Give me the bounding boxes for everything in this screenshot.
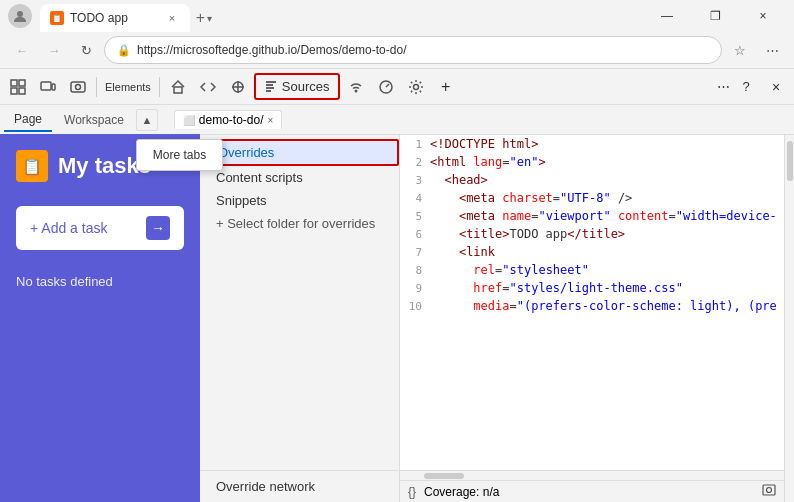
add-panel-btn[interactable]: +	[432, 73, 460, 101]
no-tasks-label: No tasks defined	[0, 258, 200, 305]
code-line-8: 8 rel="stylesheet"	[400, 261, 784, 279]
devtools-status-bar: {} Coverage: n/a	[400, 480, 784, 502]
url-text: https://microsoftedge.github.io/Demos/de…	[137, 43, 406, 57]
back-btn[interactable]: ←	[8, 36, 36, 64]
close-btn[interactable]: ×	[740, 0, 786, 32]
code-line-2: 2 <html lang="en">	[400, 153, 784, 171]
minimize-btn[interactable]: —	[644, 0, 690, 32]
select-folder-item[interactable]: + Select folder for overrides	[200, 212, 399, 235]
forward-btn[interactable]: →	[40, 36, 68, 64]
svg-rect-7	[71, 82, 85, 92]
tab-favicon: 📋	[50, 11, 64, 25]
help-btn[interactable]: ?	[732, 73, 760, 101]
code-line-5: 5 <meta name="viewport" content="width=d…	[400, 207, 784, 225]
more-options-btn[interactable]: ⋯	[717, 73, 730, 101]
svg-rect-3	[11, 88, 17, 94]
add-task-label: + Add a task	[30, 220, 107, 236]
devtools-sidebar: Overrides Content scripts Snippets + Sel…	[200, 134, 400, 502]
add-task-btn[interactable]: + Add a task →	[16, 206, 184, 250]
collections-icon[interactable]: ⋯	[758, 36, 786, 64]
more-tabs-btn[interactable]: ▲	[136, 109, 158, 131]
file-tab[interactable]: ⬜ demo-to-do/ ×	[174, 110, 283, 129]
svg-point-13	[413, 84, 418, 89]
close-devtools-btn[interactable]: ×	[762, 73, 790, 101]
app-panel: 📋 My tasks + Add a task → No tasks defin…	[0, 134, 200, 502]
home-btn[interactable]	[164, 73, 192, 101]
maximize-btn[interactable]: ❐	[692, 0, 738, 32]
elements-tab[interactable]: Elements	[101, 73, 155, 101]
svg-rect-6	[52, 84, 55, 90]
svg-rect-5	[41, 82, 51, 90]
file-tab-name: demo-to-do/	[199, 113, 264, 127]
coverage-status: Coverage: n/a	[424, 485, 499, 499]
svg-rect-2	[19, 80, 25, 86]
title-bar: 📋 TODO app × + ▾ — ❐ ×	[0, 0, 794, 32]
override-network-item[interactable]: Override network	[200, 470, 399, 498]
more-tabs-popup: More tabs	[136, 139, 223, 171]
performance-btn[interactable]	[372, 73, 400, 101]
select-folder-label: + Select folder for overrides	[216, 216, 375, 231]
app-icon: 📋	[16, 150, 48, 182]
svg-rect-9	[174, 87, 182, 93]
overrides-item[interactable]: Overrides	[200, 139, 399, 166]
address-icons: ☆ ⋯	[726, 36, 786, 64]
devtools-file-tabs: Page Workspace ▲ More tabs ⬜ demo-to-do/…	[0, 104, 794, 134]
capture-btn[interactable]	[64, 73, 92, 101]
tab-title: TODO app	[70, 11, 128, 25]
add-task-arrow: →	[146, 216, 170, 240]
screenshot-btn[interactable]	[762, 483, 776, 500]
sources-tab[interactable]: Sources	[254, 73, 340, 100]
window-controls: — ❐ ×	[644, 0, 786, 32]
separator-1	[96, 77, 97, 97]
vertical-scrollbar[interactable]	[784, 134, 794, 502]
svg-rect-4	[19, 88, 25, 94]
refresh-btn[interactable]: ↻	[72, 36, 100, 64]
devtools-code-panel: 1 <!DOCTYPE html> 2 <html lang="en"> 3 <…	[400, 134, 784, 502]
svg-rect-1	[11, 80, 17, 86]
address-bar: ← → ↻ 🔒 https://microsoftedge.github.io/…	[0, 32, 794, 68]
svg-point-11	[354, 89, 357, 92]
more-tabs-label: More tabs	[137, 144, 222, 166]
svg-point-15	[767, 488, 772, 493]
code-area: 1 <!DOCTYPE html> 2 <html lang="en"> 3 <…	[400, 135, 784, 470]
code-btn[interactable]	[194, 73, 222, 101]
inspect-btn[interactable]	[4, 73, 32, 101]
code-line-1: 1 <!DOCTYPE html>	[400, 135, 784, 153]
content-scripts-item[interactable]: Content scripts	[200, 166, 399, 189]
active-tab[interactable]: 📋 TODO app ×	[40, 4, 190, 32]
code-line-7: 7 <link	[400, 243, 784, 261]
profile-icon[interactable]	[8, 4, 32, 28]
snippets-item[interactable]: Snippets	[200, 189, 399, 212]
main-content: 📋 My tasks + Add a task → No tasks defin…	[0, 134, 794, 502]
code-line-6: 6 <title>TODO app</title>	[400, 225, 784, 243]
tab-close-btn[interactable]: ×	[164, 10, 180, 26]
code-line-10: 10 media="(prefers-color-scheme: light),…	[400, 297, 784, 315]
settings-btn[interactable]	[402, 73, 430, 101]
device-toggle-btn[interactable]	[34, 73, 62, 101]
sources-label: Sources	[282, 79, 330, 94]
separator-2	[159, 77, 160, 97]
tab-bar: 📋 TODO app × + ▾	[40, 0, 644, 32]
bracket-icon: {}	[408, 485, 416, 499]
wifi-btn[interactable]	[342, 73, 370, 101]
new-tab-btn[interactable]: + ▾	[190, 4, 218, 32]
code-line-3: 3 <head>	[400, 171, 784, 189]
favorites-icon[interactable]: ☆	[726, 36, 754, 64]
workspace-tab[interactable]: Workspace	[54, 109, 134, 131]
code-line-4: 4 <meta charset="UTF-8" />	[400, 189, 784, 207]
svg-rect-14	[763, 485, 775, 495]
horizontal-scrollbar[interactable]	[400, 470, 784, 480]
page-tab[interactable]: Page	[4, 108, 52, 132]
scroll-thumb[interactable]	[424, 473, 464, 479]
file-tab-close[interactable]: ×	[268, 115, 274, 126]
svg-point-0	[17, 11, 23, 17]
code-line-9: 9 href="styles/light-theme.css"	[400, 279, 784, 297]
svg-point-8	[76, 84, 81, 89]
devtools-toolbar: Elements Sources + ⋯ ? ×	[0, 68, 794, 104]
network-btn[interactable]	[224, 73, 252, 101]
url-bar[interactable]: 🔒 https://microsoftedge.github.io/Demos/…	[104, 36, 722, 64]
scroll-thumb-v[interactable]	[787, 141, 793, 181]
